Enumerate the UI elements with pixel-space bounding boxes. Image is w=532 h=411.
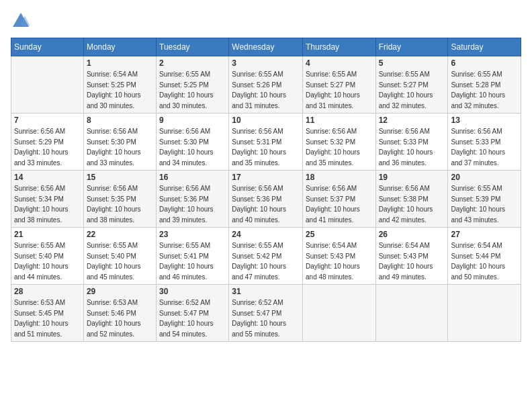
calendar-cell: 15 Sunrise: 6:56 AM Sunset: 5:35 PM Dayl… [83, 171, 156, 228]
sunset-text: Sunset: 5:27 PM [379, 81, 429, 89]
sunset-text: Sunset: 5:30 PM [159, 138, 209, 146]
day-detail: Sunrise: 6:55 AM Sunset: 5:26 PM Dayligh… [232, 69, 300, 111]
daylight-minutes: and 46 minutes. [159, 273, 207, 281]
daylight-hours: Daylight: 10 hours [159, 320, 214, 327]
sunset-text: Sunset: 5:29 PM [14, 138, 64, 146]
daylight-minutes: and 43 minutes. [451, 216, 498, 224]
sunset-text: Sunset: 5:33 PM [451, 138, 500, 146]
day-detail: Sunrise: 6:56 AM Sunset: 5:30 PM Dayligh… [87, 126, 153, 168]
calendar-cell: 20 Sunrise: 6:55 AM Sunset: 5:39 PM Dayl… [448, 171, 521, 228]
daylight-minutes: and 32 minutes. [379, 102, 427, 109]
daylight-minutes: and 39 minutes. [159, 216, 207, 224]
sunrise-text: Sunrise: 6:55 AM [87, 242, 138, 249]
daylight-minutes: and 33 minutes. [87, 159, 134, 167]
calendar-cell: 16 Sunrise: 6:56 AM Sunset: 5:36 PM Dayl… [157, 171, 229, 228]
calendar-cell: 13 Sunrise: 6:56 AM Sunset: 5:33 PM Dayl… [448, 113, 521, 171]
day-number: 4 [306, 58, 373, 68]
daylight-hours: Daylight: 10 hours [451, 148, 505, 156]
daylight-hours: Daylight: 10 hours [232, 148, 286, 156]
header [11, 11, 521, 31]
sunset-text: Sunset: 5:47 PM [159, 310, 209, 317]
sunrise-text: Sunrise: 6:56 AM [87, 128, 138, 135]
day-number: 29 [87, 287, 153, 296]
day-detail: Sunrise: 6:56 AM Sunset: 5:37 PM Dayligh… [306, 183, 373, 225]
calendar-cell: 10 Sunrise: 6:56 AM Sunset: 5:31 PM Dayl… [229, 113, 303, 171]
day-number: 20 [451, 173, 518, 182]
sunrise-text: Sunrise: 6:56 AM [232, 185, 283, 192]
sunset-text: Sunset: 5:25 PM [87, 81, 136, 89]
sunrise-text: Sunrise: 6:56 AM [232, 128, 283, 135]
day-number: 25 [306, 230, 373, 239]
weekday-header: Sunday [11, 38, 84, 56]
sunrise-text: Sunrise: 6:56 AM [14, 128, 65, 135]
sunset-text: Sunset: 5:27 PM [306, 81, 355, 89]
daylight-hours: Daylight: 10 hours [87, 148, 141, 156]
day-detail: Sunrise: 6:56 AM Sunset: 5:34 PM Dayligh… [14, 183, 81, 225]
daylight-hours: Daylight: 10 hours [14, 320, 69, 327]
daylight-minutes: and 50 minutes. [451, 273, 498, 281]
daylight-minutes: and 31 minutes. [232, 102, 279, 109]
day-number: 2 [159, 58, 226, 68]
day-detail: Sunrise: 6:54 AM Sunset: 5:43 PM Dayligh… [379, 240, 445, 282]
calendar-cell: 2 Sunrise: 6:55 AM Sunset: 5:25 PM Dayli… [157, 56, 229, 113]
sunrise-text: Sunrise: 6:56 AM [306, 128, 357, 135]
daylight-hours: Daylight: 10 hours [87, 205, 141, 213]
sunset-text: Sunset: 5:40 PM [14, 253, 64, 260]
daylight-minutes: and 35 minutes. [232, 159, 279, 167]
daylight-minutes: and 37 minutes. [451, 159, 498, 167]
daylight-hours: Daylight: 10 hours [379, 263, 433, 270]
daylight-hours: Daylight: 10 hours [87, 91, 141, 99]
calendar-cell: 5 Sunrise: 6:55 AM Sunset: 5:27 PM Dayli… [375, 56, 448, 113]
day-number: 9 [159, 116, 226, 125]
calendar-cell [375, 285, 448, 342]
daylight-minutes: and 30 minutes. [159, 102, 207, 109]
daylight-minutes: and 35 minutes. [306, 159, 353, 167]
calendar-cell: 28 Sunrise: 6:53 AM Sunset: 5:45 PM Dayl… [11, 285, 84, 342]
sunrise-text: Sunrise: 6:55 AM [232, 71, 283, 78]
daylight-minutes: and 32 minutes. [451, 102, 498, 109]
day-number: 24 [232, 230, 300, 239]
calendar-week-row: 28 Sunrise: 6:53 AM Sunset: 5:45 PM Dayl… [11, 285, 521, 342]
daylight-minutes: and 48 minutes. [306, 273, 353, 281]
weekday-header: Monday [83, 38, 156, 56]
calendar-week-row: 7 Sunrise: 6:56 AM Sunset: 5:29 PM Dayli… [11, 113, 521, 171]
calendar-cell: 29 Sunrise: 6:53 AM Sunset: 5:46 PM Dayl… [83, 285, 156, 342]
calendar-cell: 27 Sunrise: 6:54 AM Sunset: 5:44 PM Dayl… [448, 228, 521, 285]
daylight-minutes: and 30 minutes. [87, 102, 134, 109]
sunrise-text: Sunrise: 6:55 AM [232, 242, 283, 249]
sunrise-text: Sunrise: 6:56 AM [306, 185, 357, 192]
sunset-text: Sunset: 5:47 PM [232, 310, 281, 317]
daylight-hours: Daylight: 10 hours [451, 263, 505, 270]
day-number: 16 [159, 173, 226, 182]
calendar-cell: 17 Sunrise: 6:56 AM Sunset: 5:36 PM Dayl… [229, 171, 303, 228]
daylight-minutes: and 55 minutes. [232, 330, 279, 338]
sunrise-text: Sunrise: 6:55 AM [306, 71, 357, 78]
daylight-hours: Daylight: 10 hours [306, 263, 360, 270]
sunrise-text: Sunrise: 6:54 AM [306, 242, 357, 249]
calendar-cell: 12 Sunrise: 6:56 AM Sunset: 5:33 PM Dayl… [375, 113, 448, 171]
day-detail: Sunrise: 6:55 AM Sunset: 5:42 PM Dayligh… [232, 240, 300, 282]
sunset-text: Sunset: 5:45 PM [14, 310, 64, 317]
logo-icon [11, 11, 31, 31]
calendar-week-row: 14 Sunrise: 6:56 AM Sunset: 5:34 PM Dayl… [11, 171, 521, 228]
daylight-hours: Daylight: 10 hours [306, 91, 360, 99]
day-number: 19 [379, 173, 445, 182]
calendar-cell: 22 Sunrise: 6:55 AM Sunset: 5:40 PM Dayl… [83, 228, 156, 285]
daylight-minutes: and 34 minutes. [159, 159, 207, 167]
daylight-minutes: and 33 minutes. [14, 159, 62, 167]
calendar-cell: 4 Sunrise: 6:55 AM Sunset: 5:27 PM Dayli… [303, 56, 376, 113]
day-detail: Sunrise: 6:56 AM Sunset: 5:33 PM Dayligh… [451, 126, 518, 168]
day-detail: Sunrise: 6:55 AM Sunset: 5:25 PM Dayligh… [159, 69, 226, 111]
sunrise-text: Sunrise: 6:56 AM [159, 128, 210, 135]
daylight-minutes: and 52 minutes. [87, 330, 134, 338]
daylight-minutes: and 54 minutes. [159, 330, 207, 338]
daylight-hours: Daylight: 10 hours [159, 205, 214, 213]
day-number: 7 [14, 116, 81, 125]
daylight-minutes: and 45 minutes. [87, 273, 134, 281]
calendar-cell: 24 Sunrise: 6:55 AM Sunset: 5:42 PM Dayl… [229, 228, 303, 285]
day-number: 11 [306, 116, 373, 125]
daylight-minutes: and 41 minutes. [306, 216, 353, 224]
calendar-table: SundayMondayTuesdayWednesdayThursdayFrid… [11, 38, 521, 342]
day-detail: Sunrise: 6:56 AM Sunset: 5:33 PM Dayligh… [379, 126, 445, 168]
sunset-text: Sunset: 5:43 PM [306, 253, 355, 260]
